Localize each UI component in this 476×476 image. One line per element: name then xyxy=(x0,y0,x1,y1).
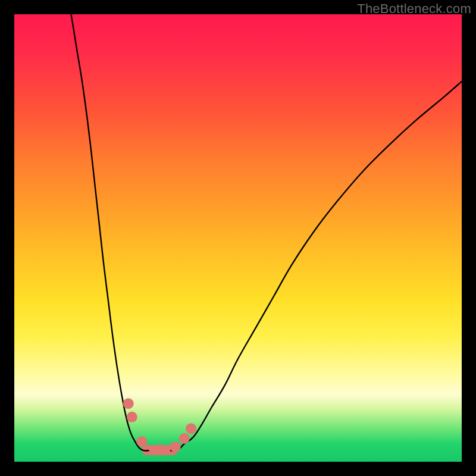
svg-point-2 xyxy=(127,412,137,422)
svg-point-3 xyxy=(136,436,147,447)
chart-overlay xyxy=(14,14,462,462)
highlight-dots xyxy=(123,398,196,455)
curve-left xyxy=(71,14,149,451)
curve-right xyxy=(171,82,462,451)
svg-point-5 xyxy=(170,441,181,452)
svg-point-1 xyxy=(123,398,134,409)
svg-point-4 xyxy=(154,444,165,455)
svg-point-7 xyxy=(186,423,196,434)
svg-point-6 xyxy=(179,433,190,444)
